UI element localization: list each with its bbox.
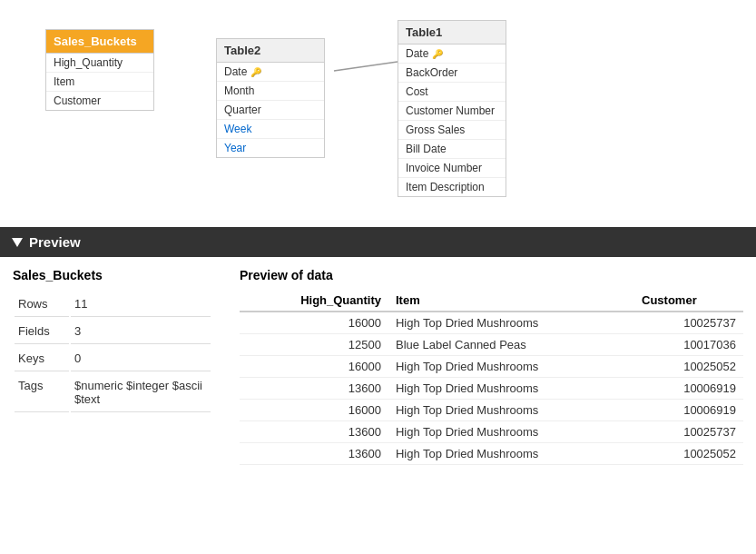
cell-item: High Top Dried Mushrooms bbox=[388, 443, 634, 465]
cell-item: High Top Dried Mushrooms bbox=[388, 312, 634, 334]
cell-customer: 10025052 bbox=[634, 443, 743, 465]
preview-label: Preview bbox=[29, 234, 81, 250]
meta-value-fields: 3 bbox=[71, 319, 211, 344]
cell-customer: 10025052 bbox=[634, 356, 743, 378]
meta-row-tags: Tags $numeric $integer $ascii $text bbox=[15, 373, 211, 412]
table2-header: Table2 bbox=[217, 39, 324, 63]
table-row: 16000 High Top Dried Mushrooms 10006919 bbox=[240, 400, 743, 421]
table-row: 16000 High Top Dried Mushrooms 10025737 bbox=[240, 312, 743, 334]
col-header-item: Item bbox=[388, 290, 634, 312]
meta-label-tags: Tags bbox=[15, 373, 69, 412]
table-row: 13600 High Top Dried Mushrooms 10006919 bbox=[240, 378, 743, 400]
table-row: 13600 High Top Dried Mushrooms 10025052 bbox=[240, 443, 743, 465]
cell-item: High Top Dried Mushrooms bbox=[388, 421, 634, 443]
cell-item: High Top Dried Mushrooms bbox=[388, 378, 634, 400]
preview-body: Sales_Buckets Rows 11 Fields 3 Keys 0 Ta… bbox=[0, 257, 756, 476]
table2: Table2 Date 🔑 Month Quarter Week Year bbox=[216, 38, 325, 158]
cell-customer: 10006919 bbox=[634, 400, 743, 421]
table2-field-year: Year bbox=[217, 139, 324, 157]
data-table-header-row: High_Quantity Item Customer bbox=[240, 290, 743, 312]
data-table: High_Quantity Item Customer 16000 High T… bbox=[240, 290, 743, 465]
table1-field-bill-date: Bill Date bbox=[398, 140, 506, 159]
sales-buckets-table: Sales_Buckets High_Quantity Item Custome… bbox=[45, 29, 154, 111]
table2-field-week: Week bbox=[217, 120, 324, 139]
field-high-quantity: High_Quantity bbox=[46, 54, 153, 73]
cell-high-quantity: 13600 bbox=[240, 421, 388, 443]
cell-high-quantity: 13600 bbox=[240, 443, 388, 465]
table1-header: Table1 bbox=[398, 21, 506, 45]
svg-line-0 bbox=[334, 62, 398, 71]
cell-item: High Top Dried Mushrooms bbox=[388, 356, 634, 378]
collapse-triangle-icon[interactable] bbox=[12, 238, 23, 247]
meta-label-keys: Keys bbox=[15, 346, 69, 371]
table1-field-cost: Cost bbox=[398, 83, 506, 102]
table-row: 13600 High Top Dried Mushrooms 10025737 bbox=[240, 421, 743, 443]
table2-field-month: Month bbox=[217, 82, 324, 101]
col-header-customer: Customer bbox=[634, 290, 743, 312]
data-preview-title: Preview of data bbox=[240, 268, 743, 282]
meta-label-fields: Fields bbox=[15, 319, 69, 344]
meta-title: Sales_Buckets bbox=[13, 268, 212, 282]
meta-row-rows: Rows 11 bbox=[15, 292, 211, 317]
table2-field-date: Date 🔑 bbox=[217, 63, 324, 82]
meta-panel: Sales_Buckets Rows 11 Fields 3 Keys 0 Ta… bbox=[13, 268, 212, 465]
table-row: 16000 High Top Dried Mushrooms 10025052 bbox=[240, 356, 743, 378]
diagram-area: Sales_Buckets High_Quantity Item Custome… bbox=[0, 0, 756, 227]
meta-row-fields: Fields 3 bbox=[15, 319, 211, 344]
table1-field-invoice-number: Invoice Number bbox=[398, 159, 506, 178]
cell-customer: 10025737 bbox=[634, 421, 743, 443]
cell-high-quantity: 16000 bbox=[240, 356, 388, 378]
table1-field-customer-number: Customer Number bbox=[398, 102, 506, 121]
meta-value-tags: $numeric $integer $ascii $text bbox=[71, 373, 211, 412]
meta-row-keys: Keys 0 bbox=[15, 346, 211, 371]
meta-table: Rows 11 Fields 3 Keys 0 Tags $numeric $i… bbox=[13, 290, 212, 414]
cell-customer: 10017036 bbox=[634, 334, 743, 356]
key-icon-date: 🔑 bbox=[250, 67, 261, 77]
meta-value-rows: 11 bbox=[71, 292, 211, 317]
sales-buckets-header: Sales_Buckets bbox=[46, 30, 153, 54]
data-preview: Preview of data High_Quantity Item Custo… bbox=[240, 268, 743, 465]
field-item: Item bbox=[46, 73, 153, 92]
table1-field-backorder: BackOrder bbox=[398, 64, 506, 83]
meta-label-rows: Rows bbox=[15, 292, 69, 317]
cell-high-quantity: 12500 bbox=[240, 334, 388, 356]
cell-customer: 10006919 bbox=[634, 378, 743, 400]
cell-high-quantity: 13600 bbox=[240, 378, 388, 400]
cell-item: High Top Dried Mushrooms bbox=[388, 400, 634, 421]
table1-field-item-description: Item Description bbox=[398, 178, 506, 196]
key-icon-t1-date: 🔑 bbox=[432, 49, 443, 59]
cell-high-quantity: 16000 bbox=[240, 312, 388, 334]
cell-customer: 10025737 bbox=[634, 312, 743, 334]
table1-field-date: Date 🔑 bbox=[398, 45, 506, 64]
cell-item: Blue Label Canned Peas bbox=[388, 334, 634, 356]
meta-value-keys: 0 bbox=[71, 346, 211, 371]
table-row: 12500 Blue Label Canned Peas 10017036 bbox=[240, 334, 743, 356]
table2-field-quarter: Quarter bbox=[217, 101, 324, 120]
cell-high-quantity: 16000 bbox=[240, 400, 388, 421]
table1: Table1 Date 🔑 BackOrder Cost Customer Nu… bbox=[398, 20, 506, 197]
field-customer: Customer bbox=[46, 92, 153, 110]
preview-header: Preview bbox=[0, 227, 756, 257]
col-header-high-quantity: High_Quantity bbox=[240, 290, 388, 312]
table1-field-gross-sales: Gross Sales bbox=[398, 121, 506, 140]
